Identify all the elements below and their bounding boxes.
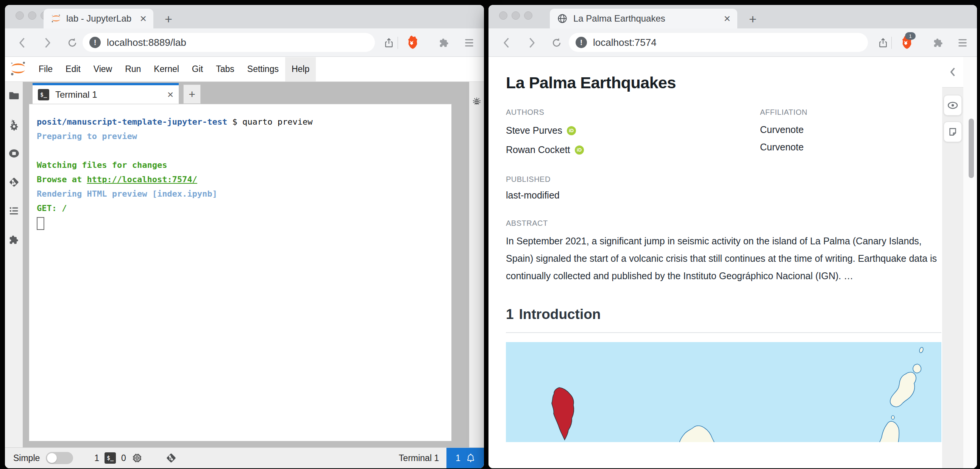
affiliation-value: Curvenote: [760, 125, 807, 134]
brave-shield-icon[interactable]: [403, 35, 420, 51]
address-bar[interactable]: ! localhost:7574: [569, 33, 868, 52]
authors-label: AUTHORS: [506, 108, 941, 117]
table-of-contents-icon[interactable]: [8, 205, 20, 217]
menu-kernel[interactable]: Kernel: [147, 57, 185, 81]
url-text: localhost:7574: [593, 37, 657, 48]
sessions-status[interactable]: 1 $_ 0: [94, 452, 143, 464]
back-button[interactable]: [499, 35, 514, 50]
menu-run[interactable]: Run: [119, 57, 147, 81]
new-tab-button[interactable]: +: [160, 12, 177, 26]
terminal-link[interactable]: http://localhost:7574/: [87, 175, 197, 184]
browser-menu-icon[interactable]: [954, 35, 971, 51]
comments-note-button[interactable]: [943, 121, 962, 142]
site-info-icon[interactable]: !: [89, 37, 101, 48]
section-number: 1: [506, 306, 514, 322]
toolbar-divider: [398, 37, 398, 49]
left-tab-strip: lab - JupyterLab × +: [5, 5, 484, 29]
jupyterlab-menu-bar: File Edit View Run Kernel Git Tabs Setti…: [5, 57, 484, 82]
simple-mode-toggle[interactable]: [46, 452, 73, 464]
zoom-window-button[interactable]: [524, 11, 532, 20]
menu-git[interactable]: Git: [186, 57, 209, 81]
page-title: La Palma Earthquakes: [506, 73, 941, 92]
toggle-knob: [47, 453, 57, 463]
section-title: Introduction: [519, 306, 601, 322]
left-browser-toolbar: ! localhost:8889/lab: [5, 29, 484, 57]
minimize-window-button[interactable]: [512, 11, 520, 20]
terminal-text: Watching files for changes: [37, 160, 167, 170]
visibility-button[interactable]: [943, 95, 962, 116]
minimize-window-button[interactable]: [28, 11, 37, 20]
terminal-panel[interactable]: posit/manuscript-template-jupyter-test $…: [29, 104, 452, 441]
terminal-status-icon: $_: [105, 452, 116, 464]
extensions-puzzle-icon[interactable]: [436, 35, 452, 51]
menu-edit[interactable]: Edit: [59, 57, 87, 81]
simple-mode-label: Simple: [13, 453, 40, 463]
active-item-label[interactable]: Terminal 1: [399, 453, 439, 463]
page-scrollbar-track[interactable]: [963, 57, 977, 468]
brave-shield-icon[interactable]: 1: [897, 35, 914, 51]
extensions-puzzle-icon[interactable]: [930, 35, 947, 51]
published-label: PUBLISHED: [506, 175, 941, 184]
traffic-lights[interactable]: [499, 11, 532, 20]
reload-button[interactable]: [549, 35, 564, 50]
canary-islands-map: [506, 342, 941, 442]
property-inspector-gears-icon[interactable]: [8, 119, 20, 130]
published-value: last-modified: [506, 190, 941, 201]
browser-tab-lapalma[interactable]: La Palma Earthquakes ×: [550, 9, 737, 29]
menu-help[interactable]: Help: [285, 57, 316, 81]
terminal-line: Watching files for changes: [37, 158, 451, 172]
menu-file[interactable]: File: [32, 57, 59, 81]
terminal-output: posit/manuscript-template-jupyter-test $…: [37, 115, 451, 215]
notification-button[interactable]: 1: [447, 448, 484, 469]
extension-manager-icon[interactable]: [8, 234, 20, 246]
menu-tabs[interactable]: Tabs: [209, 57, 241, 81]
terminal-text: posit/manuscript-template-jupyter-test: [37, 117, 227, 126]
site-info-icon[interactable]: !: [576, 37, 587, 48]
page-scrollbar-thumb[interactable]: [969, 118, 974, 178]
jupyterlab-browser-window: lab - JupyterLab × + ! localhost:8889/la…: [5, 5, 484, 468]
author-row: Steve Purves iD: [506, 125, 941, 136]
file-browser-icon[interactable]: [8, 90, 20, 102]
terminal-tab-title: Terminal 1: [55, 89, 167, 100]
notification-count: 1: [455, 453, 460, 463]
debugger-bug-icon[interactable]: [471, 96, 482, 107]
forward-button[interactable]: [524, 35, 539, 50]
browser-tab-title: lab - JupyterLab: [66, 13, 134, 24]
close-tab-icon[interactable]: ×: [140, 13, 146, 24]
islet: [891, 416, 894, 420]
terminal-line: Preparing to preview: [37, 129, 451, 144]
dock-panel: $_ Terminal 1 × + posit/manuscript-templ…: [23, 82, 469, 447]
close-tab-icon[interactable]: ×: [724, 13, 730, 24]
reload-button[interactable]: [65, 35, 80, 50]
terminal-text: Rendering HTML preview [index.ipynb]: [37, 189, 217, 198]
address-bar[interactable]: ! localhost:8889/lab: [83, 33, 375, 52]
collapse-panel-button[interactable]: [942, 57, 963, 88]
new-tab-button[interactable]: +: [745, 12, 761, 26]
terminal-cursor: [37, 217, 44, 230]
terminal-tab-icon: $_: [38, 89, 49, 100]
terminal-dock-tab[interactable]: $_ Terminal 1 ×: [33, 83, 179, 104]
close-window-button[interactable]: [16, 11, 24, 20]
git-status-icon[interactable]: [165, 452, 177, 464]
orcid-icon[interactable]: iD: [575, 145, 584, 155]
orcid-icon[interactable]: iD: [567, 126, 576, 135]
menu-settings[interactable]: Settings: [241, 57, 285, 81]
share-icon[interactable]: [380, 35, 397, 51]
browser-tab-jupyterlab[interactable]: lab - JupyterLab ×: [43, 9, 153, 29]
forward-button[interactable]: [40, 35, 55, 50]
right-tab-strip: La Palma Earthquakes × +: [488, 5, 977, 29]
frontmatter-block: AUTHORS Steve Purves iD Rowan Cockett iD…: [506, 108, 941, 155]
browser-menu-icon[interactable]: [461, 35, 477, 51]
jupyter-favicon: [50, 13, 62, 24]
kernel-chip-icon: [131, 452, 143, 464]
dock-new-tab-button[interactable]: +: [183, 85, 201, 104]
close-window-button[interactable]: [499, 11, 508, 20]
share-icon[interactable]: [875, 35, 891, 51]
terminal-text: Browse at: [37, 175, 87, 184]
back-button[interactable]: [15, 35, 30, 50]
running-kernels-icon[interactable]: [8, 148, 20, 159]
terminal-line: posit/manuscript-template-jupyter-test $…: [37, 115, 451, 129]
menu-view[interactable]: View: [87, 57, 119, 81]
terminal-tab-close-icon[interactable]: ×: [167, 89, 173, 101]
git-sidebar-icon[interactable]: [8, 177, 20, 188]
